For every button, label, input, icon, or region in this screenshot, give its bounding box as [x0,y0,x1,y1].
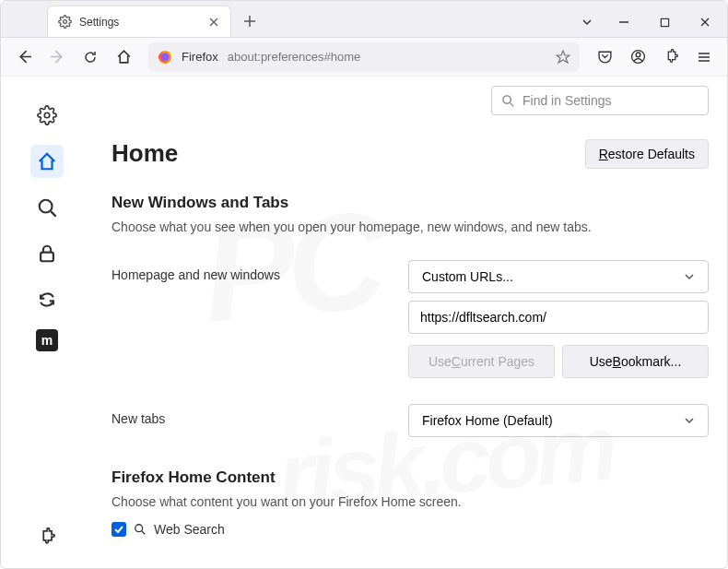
tab-title: Settings [79,16,199,29]
extensions-button[interactable] [657,43,685,71]
homepage-label: Homepage and new windows [112,260,408,282]
back-button[interactable] [10,43,38,71]
sidebar-item-home[interactable] [30,145,64,178]
app-menu-button[interactable] [690,43,718,71]
home-button[interactable] [110,43,137,71]
use-current-pages-button[interactable]: Use Current Pages [408,345,555,378]
all-tabs-button[interactable] [572,7,602,37]
svg-point-9 [503,95,511,102]
sidebar-item-search[interactable] [30,191,64,224]
new-tabs-label: New tabs [112,404,408,426]
bookmark-star-icon[interactable] [556,50,570,65]
account-button[interactable] [624,43,652,71]
url-bar[interactable]: Firefox about:preferences#home [148,42,580,72]
new-tab-button[interactable] [237,8,263,34]
new-tabs-select[interactable]: Firefox Home (Default) [408,404,709,437]
sidebar-item-general[interactable] [30,99,64,132]
tab-close-button[interactable] [206,15,221,30]
search-icon [501,94,515,108]
tab-settings[interactable]: Settings [47,6,231,37]
firefox-logo-icon [158,50,172,65]
chevron-down-icon [684,415,695,426]
reload-button[interactable] [76,43,104,71]
restore-defaults-button[interactable]: Restore Defaults [585,139,709,169]
svg-point-7 [40,200,53,213]
section-new-windows-tabs-desc: Choose what you see when you open your h… [112,219,709,234]
sidebar-item-sync[interactable] [30,283,64,316]
search-icon [134,523,147,536]
homepage-mode-value: Custom URLs... [422,269,513,284]
url-text: about:preferences#home [228,50,546,64]
svg-rect-1 [661,18,668,26]
sidebar-item-privacy[interactable] [30,237,64,270]
sidebar-item-extensions[interactable] [30,520,64,553]
use-bookmark-button[interactable]: Use Bookmark... [562,345,709,378]
web-search-checkbox[interactable] [112,522,126,537]
gear-icon [57,15,72,30]
svg-point-6 [44,113,50,118]
window-maximize-button[interactable] [646,7,683,37]
svg-point-10 [135,525,143,532]
forward-button[interactable] [43,43,71,71]
new-tabs-value: Firefox Home (Default) [422,413,553,428]
section-new-windows-tabs-title: New Windows and Tabs [112,194,709,212]
sidebar-item-mozilla[interactable]: m [36,329,58,351]
svg-point-5 [636,53,640,57]
section-home-content-desc: Choose what content you want on your Fir… [112,494,709,509]
homepage-mode-select[interactable]: Custom URLs... [408,260,709,293]
svg-rect-8 [41,253,53,262]
find-in-settings-input[interactable]: Find in Settings [491,86,709,115]
window-close-button[interactable] [687,7,723,37]
section-home-content-title: Firefox Home Content [112,468,709,487]
chevron-down-icon [684,271,695,282]
pocket-button[interactable] [591,43,618,71]
web-search-label: Web Search [154,522,225,537]
url-identity: Firefox [182,50,218,64]
svg-point-0 [63,20,66,24]
window-minimize-button[interactable] [605,7,642,37]
search-placeholder: Find in Settings [523,93,612,108]
homepage-url-input[interactable] [408,301,709,334]
